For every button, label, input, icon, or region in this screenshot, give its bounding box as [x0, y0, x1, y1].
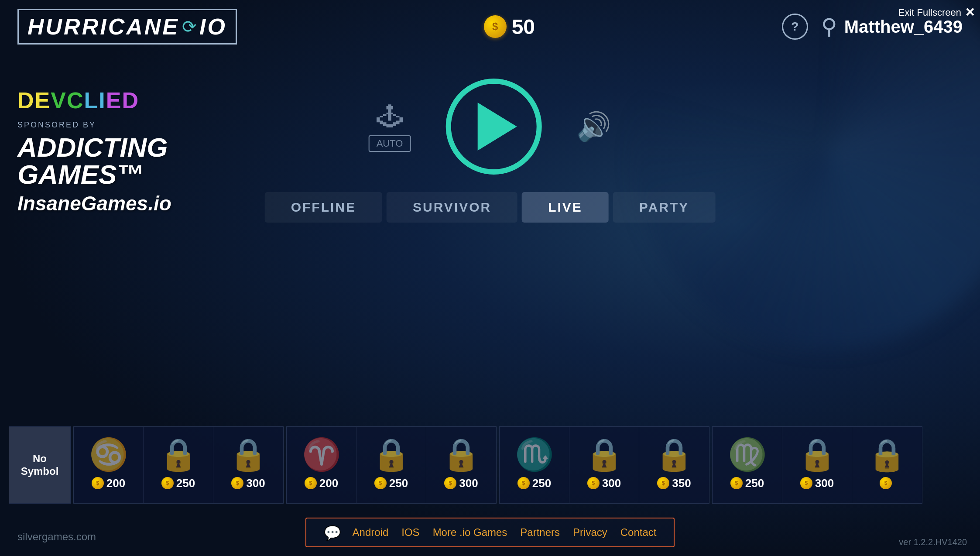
symbol-item-scorpio-3[interactable]: 🔒 $ 350	[639, 427, 709, 503]
lock-icon: 🔒	[867, 436, 907, 474]
mode-party[interactable]: PARTY	[613, 192, 715, 223]
cost-value: 250	[745, 477, 764, 490]
symbol-cost: $ 350	[657, 477, 691, 490]
dev-d: D	[17, 88, 35, 113]
link-more-games[interactable]: More .io Games	[433, 526, 507, 539]
cost-value: 300	[246, 477, 265, 490]
symbol-item-virgo[interactable]: ♍ $ 250	[713, 427, 782, 503]
close-icon: ✕	[965, 5, 975, 20]
cost-value: 200	[106, 477, 125, 490]
cost-value: 200	[319, 477, 338, 490]
lock-icon: 🔒	[585, 436, 624, 473]
small-coin-icon: $	[305, 477, 317, 489]
link-privacy[interactable]: Privacy	[573, 526, 607, 539]
symbol-cost: $ 300	[587, 477, 621, 490]
cost-value: 250	[389, 477, 408, 490]
symbol-cost: $ 300	[444, 477, 478, 490]
small-coin-icon: $	[800, 477, 812, 489]
dev-l: L	[84, 88, 99, 113]
symbol-cost: $ 300	[231, 477, 265, 490]
small-coin-icon: $	[92, 477, 104, 489]
help-button[interactable]: ?	[782, 14, 808, 40]
cost-value: 250	[176, 477, 195, 490]
virgo-glyph: ♍	[728, 436, 767, 473]
top-bar: HURRICANE ⟳ io $ 50 ? ⚲ Matthew_6439	[0, 0, 980, 53]
mode-survivor[interactable]: SURVIVOR	[387, 192, 517, 223]
link-android[interactable]: Android	[353, 526, 389, 539]
lock-icon: 🔒	[654, 436, 694, 473]
symbol-item-aries[interactable]: ♈ $ 200	[287, 427, 356, 503]
dev-c: C	[67, 88, 84, 113]
symbol-cost: $ 250	[730, 477, 764, 490]
play-button[interactable]	[445, 79, 541, 175]
cost-value: 300	[459, 477, 478, 490]
coin-icon: $	[484, 15, 507, 38]
help-label: ?	[791, 20, 798, 34]
play-icon	[477, 103, 517, 151]
scorpio-symbol-group: ♏ $ 250 🔒 $ 300 🔒 $ 350	[499, 426, 709, 504]
coin-amount: 50	[512, 15, 535, 39]
small-coin-icon: $	[161, 477, 174, 489]
discord-icon: 💬	[324, 525, 339, 540]
cost-value: 300	[815, 477, 834, 490]
symbol-cost: $ 200	[92, 477, 125, 490]
username: Matthew_6439	[844, 17, 963, 37]
cancer-symbol-group: ♋ $ 200 🔒 $ 250 🔒 $ 300	[73, 426, 284, 504]
link-contact[interactable]: Contact	[620, 526, 657, 539]
mode-live[interactable]: LIVE	[522, 192, 609, 223]
small-coin-icon: $	[374, 477, 387, 489]
symbol-item-cancer-2[interactable]: 🔒 $ 250	[144, 427, 213, 503]
aries-symbol-group: ♈ $ 200 🔒 $ 250 🔒 $ 300	[286, 426, 497, 504]
dev-e2: E	[106, 88, 122, 113]
cost-value: 250	[532, 477, 551, 490]
symbol-cost: $ 200	[305, 477, 338, 490]
footer-links: 💬 Android IOS More .io Games Partners Pr…	[305, 518, 675, 547]
joystick-icon: 🕹	[377, 102, 403, 132]
small-coin-icon: $	[444, 477, 456, 489]
dev-e: E	[35, 88, 51, 113]
mode-buttons: OFFLINE SURVIVOR LIVE PARTY	[265, 192, 716, 223]
cost-value: 350	[672, 477, 691, 490]
lock-icon: 🔒	[442, 436, 481, 473]
small-coin-icon: $	[657, 477, 669, 489]
small-coin-icon: $	[587, 477, 600, 489]
lock-icon: 🔒	[159, 436, 198, 473]
link-ios[interactable]: IOS	[401, 526, 419, 539]
symbol-item-cancer[interactable]: ♋ $ 200	[74, 427, 144, 503]
symbol-item-aries-3[interactable]: 🔒 $ 300	[426, 427, 496, 503]
auto-button[interactable]: 🕹 AUTO	[369, 102, 411, 152]
sound-button[interactable]: 🔊	[576, 110, 611, 143]
center-area: 🕹 AUTO 🔊 OFFLINE SURVIVOR LIVE PARTY	[265, 79, 716, 223]
aries-glyph: ♈	[302, 436, 341, 473]
symbol-item-aries-2[interactable]: 🔒 $ 250	[356, 427, 426, 503]
symbol-item-virgo-3[interactable]: 🔒 $	[852, 427, 922, 503]
coin-display: $ 50	[484, 15, 535, 39]
auto-label: AUTO	[369, 135, 411, 152]
dev-d2: D	[122, 88, 139, 113]
link-partners[interactable]: Partners	[520, 526, 560, 539]
exit-fullscreen-btn[interactable]: Exit Fullscreen ✕	[898, 5, 975, 20]
addicting-games-logo: ADDICTINGGAMES™	[17, 134, 171, 188]
symbol-cost: $ 250	[374, 477, 408, 490]
symbol-item-scorpio-2[interactable]: 🔒 $ 300	[569, 427, 639, 503]
virgo-symbol-group: ♍ $ 250 🔒 $ 300 🔒 $	[712, 426, 922, 504]
version-label: ver 1.2.2.HV1420	[899, 537, 967, 547]
symbol-item-cancer-3[interactable]: 🔒 $ 300	[213, 427, 283, 503]
devclied-logo: DEVCLIED	[17, 87, 171, 113]
symbol-item-scorpio[interactable]: ♏ $ 250	[500, 427, 569, 503]
dev-v: V	[51, 88, 67, 113]
hurricane-icon: ⟳	[182, 17, 197, 37]
symbol-item-virgo-2[interactable]: 🔒 $ 300	[782, 427, 852, 503]
insanegames-logo: InsaneGames.io	[17, 192, 171, 215]
game-controls: 🕹 AUTO 🔊	[369, 79, 612, 175]
exit-fullscreen-label: Exit Fullscreen	[898, 7, 961, 18]
sound-icon: 🔊	[576, 111, 611, 142]
left-panel: DEVCLIED SPONSORED BY ADDICTINGGAMES™ In…	[17, 87, 171, 215]
cancer-glyph: ♋	[89, 436, 128, 473]
logo-io: io	[199, 14, 227, 40]
no-symbol-item[interactable]: NoSymbol	[9, 427, 70, 503]
lock-icon: 🔒	[229, 436, 268, 473]
small-coin-icon: $	[730, 477, 743, 489]
symbol-shop: NoSymbol ♋ $ 200 🔒 $ 250 🔒	[0, 426, 980, 504]
mode-offline[interactable]: OFFLINE	[265, 192, 382, 223]
